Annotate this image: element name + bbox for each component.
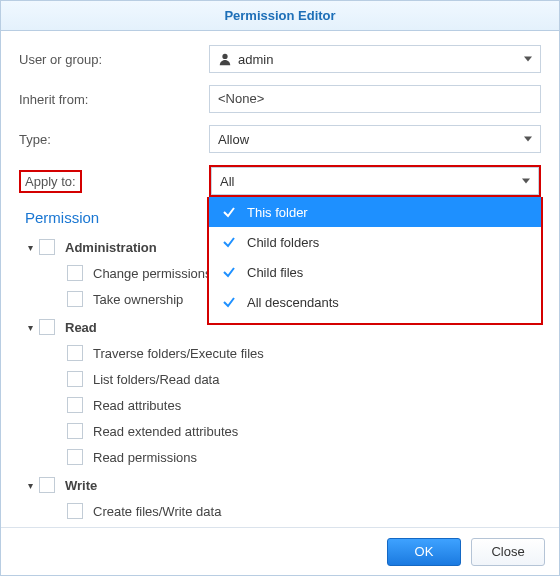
tree-node-read: ▾ Read Traverse folders/Execute files Li… [23,314,541,470]
collapse-icon[interactable]: ▾ [23,320,37,334]
combo-apply-to[interactable]: All [211,167,539,195]
combo-type-value: Allow [218,132,249,147]
checkbox-take-ownership[interactable] [67,291,83,307]
tree-label: Read permissions [93,450,197,465]
combo-user-or-group-value: admin [238,52,273,67]
row-user-or-group: User or group: admin [19,45,541,73]
dd-item-all-descendants[interactable]: All descendants [209,287,541,317]
tree-label: Take ownership [93,292,183,307]
tree-row: Read extended attributes [67,418,541,444]
row-type: Type: Allow [19,125,541,153]
checkbox[interactable] [67,397,83,413]
dd-item-child-files[interactable]: Child files [209,257,541,287]
combo-apply-to-value: All [220,174,234,189]
checkbox[interactable] [67,503,83,519]
row-apply-to: Apply to: All [19,165,541,197]
label-apply-to: Apply to: [19,170,209,193]
checkbox[interactable] [67,371,83,387]
checkbox[interactable] [67,449,83,465]
tree-label: Change permissions [93,266,212,281]
ok-button[interactable]: OK [387,538,461,566]
tree-label: Read attributes [93,398,181,413]
checkbox-administration[interactable] [39,239,55,255]
tree-label: Traverse folders/Execute files [93,346,264,361]
input-inherit-from[interactable]: <None> [209,85,541,113]
input-inherit-from-value: <None> [218,91,264,106]
tree-row: Create files/Write data [67,498,541,524]
checkmark-icon [221,204,237,220]
dd-item-label: Child folders [247,235,319,250]
apply-to-dropdown: This folder Child folders Child files Al… [207,197,543,325]
dd-item-this-folder[interactable]: This folder [209,197,541,227]
tree-row: Read attributes [67,392,541,418]
checkmark-icon [221,264,237,280]
checkmark-icon [221,234,237,250]
collapse-icon[interactable]: ▾ [23,240,37,254]
checkbox-read[interactable] [39,319,55,335]
permission-editor-dialog: Permission Editor User or group: admin I… [0,0,560,576]
tree-row: List folders/Read data [67,366,541,392]
dd-item-label: Child files [247,265,303,280]
combo-user-or-group[interactable]: admin [209,45,541,73]
label-type: Type: [19,132,209,147]
person-icon [218,52,232,66]
svg-point-0 [222,54,227,59]
checkbox-change-permissions[interactable] [67,265,83,281]
tree-row: Traverse folders/Execute files [67,340,541,366]
tree-label: Create files/Write data [93,504,221,519]
checkbox-write[interactable] [39,477,55,493]
label-apply-to-text: Apply to: [19,170,82,193]
button-bar: OK Close [1,527,559,575]
tree-label: Read extended attributes [93,424,238,439]
tree-label-administration: Administration [65,240,157,255]
checkbox[interactable] [67,423,83,439]
tree-label: List folders/Read data [93,372,219,387]
chevron-down-icon [522,179,530,184]
chevron-down-icon [524,137,532,142]
tree-node-write: ▾ Write Create files/Write data [23,472,541,524]
checkmark-icon [221,294,237,310]
dd-item-label: All descendants [247,295,339,310]
dialog-title: Permission Editor [1,1,559,31]
label-user-or-group: User or group: [19,52,209,67]
row-inherit-from: Inherit from: <None> [19,85,541,113]
dd-item-child-folders[interactable]: Child folders [209,227,541,257]
tree-label-read: Read [65,320,97,335]
close-button[interactable]: Close [471,538,545,566]
label-inherit-from: Inherit from: [19,92,209,107]
dialog-content: User or group: admin Inherit from: <None… [1,31,559,527]
tree-label-write: Write [65,478,97,493]
tree-row: Read permissions [67,444,541,470]
checkbox[interactable] [67,345,83,361]
collapse-icon[interactable]: ▾ [23,478,37,492]
chevron-down-icon [524,57,532,62]
combo-type[interactable]: Allow [209,125,541,153]
dd-item-label: This folder [247,205,308,220]
